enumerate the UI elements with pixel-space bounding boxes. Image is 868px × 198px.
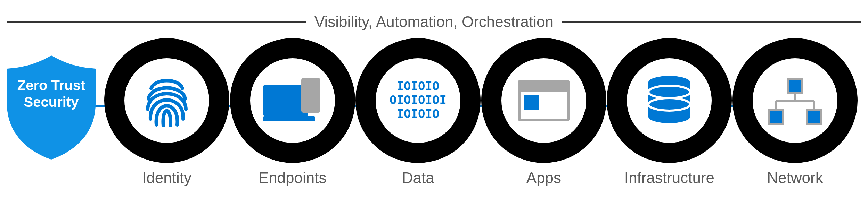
ring-identity: [104, 38, 229, 163]
header-rule: Visibility, Automation, Orchestration: [7, 13, 861, 31]
svg-text:OIOIOIOI: OIOIOIOI: [390, 93, 447, 107]
ring-network: [732, 38, 858, 163]
pillar-identity: Identity: [104, 38, 229, 187]
svg-rect-19: [807, 110, 821, 124]
ring-apps: [481, 38, 606, 163]
shield-label: Zero Trust Security: [7, 77, 96, 110]
shield-line1: Zero Trust: [17, 78, 85, 93]
svg-text:IOIOIO: IOIOIO: [397, 80, 440, 93]
ring-data: IOIOIO OIOIOIOI IOIOIO: [355, 38, 481, 163]
pillar-label-infrastructure: Infrastructure: [624, 169, 714, 187]
svg-rect-17: [788, 79, 802, 93]
svg-rect-3: [301, 78, 320, 113]
zero-trust-shield: Zero Trust Security: [7, 55, 96, 160]
svg-rect-2: [263, 116, 315, 121]
app-window-icon: [518, 80, 570, 121]
pillars-row: Identity Endpoints IOIOIO OIOIOIOI IOIOI…: [104, 38, 858, 187]
pillar-endpoints: Endpoints: [230, 38, 355, 187]
pillar-infrastructure: Infrastructure: [607, 38, 732, 187]
pillar-network: Network: [732, 38, 858, 187]
ring-infrastructure: [607, 38, 732, 163]
svg-text:IOIOIO: IOIOIO: [397, 107, 440, 121]
pillar-label-endpoints: Endpoints: [259, 169, 327, 187]
shield-line2: Security: [24, 94, 79, 110]
pillar-label-data: Data: [402, 169, 434, 187]
ring-endpoints: [230, 38, 355, 163]
header-title: Visibility, Automation, Orchestration: [314, 13, 554, 31]
devices-icon: [263, 78, 322, 123]
svg-rect-9: [524, 95, 539, 110]
rule-right: [562, 21, 861, 23]
database-icon: [643, 75, 695, 127]
pillar-label-identity: Identity: [142, 169, 191, 187]
pillar-label-apps: Apps: [526, 169, 561, 187]
pillar-apps: Apps: [481, 38, 606, 187]
svg-rect-8: [519, 81, 568, 92]
network-tree-icon: [765, 76, 825, 125]
svg-rect-18: [769, 110, 783, 124]
fingerprint-icon: [144, 75, 189, 127]
binary-data-icon: IOIOIO OIOIOIOI IOIOIO: [387, 80, 449, 121]
pillar-label-network: Network: [767, 169, 823, 187]
rule-left: [7, 21, 306, 23]
pillar-data: IOIOIO OIOIOIOI IOIOIO Data: [355, 38, 481, 187]
